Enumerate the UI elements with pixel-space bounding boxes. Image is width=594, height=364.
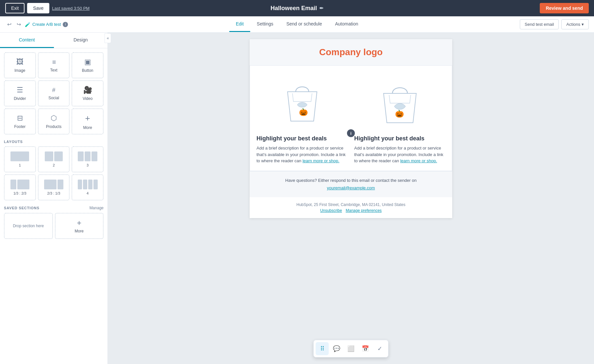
layout-1-3-2-3[interactable]: 1/3 : 2/3 xyxy=(4,174,36,200)
drop-section-text: Drop section here xyxy=(13,224,44,228)
block-video[interactable]: 🎥 Video xyxy=(72,80,104,106)
video-block-icon: 🎥 xyxy=(83,86,92,94)
drop-section-target[interactable]: Drop section here xyxy=(4,213,53,239)
tab-edit[interactable]: Edit xyxy=(229,17,250,32)
drag-icon: ⠿ xyxy=(320,345,324,352)
layout-2col-label: 2 xyxy=(53,163,55,167)
divider-block-icon: ☰ xyxy=(17,86,23,94)
block-footer[interactable]: ⊟ Footer xyxy=(4,108,36,135)
block-social[interactable]: # Social xyxy=(38,80,70,106)
undo-redo-controls: ↩ ↪ xyxy=(5,21,23,28)
layout-4col[interactable]: 4 xyxy=(72,174,104,200)
address-links: Unsubscribe Manage preferences xyxy=(255,208,447,213)
comment-icon: 💬 xyxy=(333,345,340,352)
block-products[interactable]: ⬡ Products xyxy=(38,108,70,135)
sidebar-collapse-button[interactable]: « xyxy=(105,33,111,43)
product-link-2[interactable]: learn more or shop. xyxy=(400,158,437,163)
unsubscribe-link[interactable]: Unsubscribe xyxy=(320,208,342,213)
schedule-icon: 📅 xyxy=(362,345,369,352)
main-layout: Content Design 🖼 Image ≡ Text ▣ Button xyxy=(0,33,594,364)
more-block-label: More xyxy=(83,125,92,130)
saved-more-label: More xyxy=(75,229,84,233)
product-link-1[interactable]: learn more or shop. xyxy=(303,158,339,163)
ab-test-link[interactable]: Create A/B test xyxy=(32,22,61,27)
layout-3col[interactable]: 3 xyxy=(72,146,104,172)
tab-settings[interactable]: Settings xyxy=(250,17,280,32)
nav-right: Send test email Actions ▾ xyxy=(520,19,589,29)
layout-1col-label: 1 xyxy=(19,163,21,167)
layouts-section-title: LAYOUTS xyxy=(4,140,104,144)
email-address: HubSpot, 25 First Street, Cambridge, MA … xyxy=(250,197,452,218)
company-logo-text: Company logo xyxy=(257,47,444,57)
sidebar-content: 🖼 Image ≡ Text ▣ Button ☰ Divider # xyxy=(0,48,107,243)
product-desc-2: Add a brief description for a product or… xyxy=(354,145,445,164)
svg-text:🎃: 🎃 xyxy=(395,109,404,118)
tab-automation[interactable]: Automation xyxy=(328,17,365,32)
email-footer-section: Have questions? Either respond to this e… xyxy=(250,171,452,197)
ab-test-info-icon[interactable]: i xyxy=(63,22,68,27)
manage-sections-link[interactable]: Manage xyxy=(90,206,104,210)
top-bar-right: Review and send xyxy=(540,3,589,13)
preview-icon: ⬜ xyxy=(347,345,355,352)
button-block-icon: ▣ xyxy=(84,58,91,66)
block-text[interactable]: ≡ Text xyxy=(38,52,70,78)
layout-3col-label: 3 xyxy=(87,163,89,167)
saved-section-more[interactable]: + More xyxy=(55,213,104,239)
bottom-toolbar: ⠿ 💬 ⬜ 📅 ✓ xyxy=(313,340,388,357)
layout-2col[interactable]: 2 xyxy=(38,146,70,172)
last-saved-text[interactable]: Last saved 3:50 PM xyxy=(52,6,90,11)
review-send-button[interactable]: Review and send xyxy=(540,3,589,13)
image-block-label: Image xyxy=(14,68,25,73)
social-block-icon: # xyxy=(52,87,55,94)
send-test-email-button[interactable]: Send test email xyxy=(520,19,559,29)
sidebar: Content Design 🖼 Image ≡ Text ▣ Button xyxy=(0,33,108,364)
layouts-grid: 1 2 3 xyxy=(4,146,104,200)
layout-1col[interactable]: 1 xyxy=(4,146,36,172)
top-bar-left: Exit Save Last saved 3:50 PM xyxy=(5,3,90,13)
button-block-label: Button xyxy=(82,68,93,73)
sidebar-tab-design[interactable]: Design xyxy=(54,33,108,48)
layout-1-3-2-3-label: 1/3 : 2/3 xyxy=(13,191,26,195)
video-block-label: Video xyxy=(83,96,92,101)
drag-tool-button[interactable]: ⠿ xyxy=(316,342,329,355)
layout-2-3-1-3-label: 2/3 : 1/3 xyxy=(47,191,60,195)
undo-button[interactable]: ↩ xyxy=(5,21,13,28)
save-button[interactable]: Save xyxy=(27,3,49,13)
products-section[interactable]: i 🎃 xyxy=(250,65,452,171)
comment-tool-button[interactable]: 💬 xyxy=(330,342,343,355)
block-divider[interactable]: ☰ Divider xyxy=(4,80,36,106)
product-image-2: 🎃 xyxy=(354,72,445,131)
tab-send-schedule[interactable]: Send or schedule xyxy=(280,17,328,32)
info-badge: i xyxy=(347,129,355,137)
saved-sections-grid: Drop section here + More xyxy=(4,213,104,239)
top-bar: Exit Save Last saved 3:50 PM Halloween E… xyxy=(0,0,594,16)
sidebar-tab-content[interactable]: Content xyxy=(0,33,54,48)
check-tool-button[interactable]: ✓ xyxy=(373,342,386,355)
footer-block-label: Footer xyxy=(14,124,25,129)
layout-4col-label: 4 xyxy=(87,191,89,195)
nav-tabs: Edit Settings Send or schedule Automatio… xyxy=(229,17,365,32)
product-card-1: 🎃 Highlight your best deals Add a brief … xyxy=(256,72,348,164)
product-image-1: 🎃 xyxy=(256,72,348,131)
exit-button[interactable]: Exit xyxy=(5,3,25,13)
social-block-label: Social xyxy=(48,96,59,100)
actions-chevron-icon: ▾ xyxy=(582,22,584,27)
footer-email-link[interactable]: youremail@example.com xyxy=(327,185,375,190)
more-block-icon: + xyxy=(85,113,90,123)
actions-button[interactable]: Actions ▾ xyxy=(561,19,589,29)
layout-2-3-1-3[interactable]: 2/3 : 1/3 xyxy=(38,174,70,200)
block-image[interactable]: 🖼 Image xyxy=(4,52,36,78)
product-title-2: Highlight your best deals xyxy=(354,135,445,142)
svg-text:🎃: 🎃 xyxy=(299,108,308,117)
products-grid: 🎃 Highlight your best deals Add a brief … xyxy=(256,72,445,164)
block-more[interactable]: + More xyxy=(72,108,104,135)
top-bar-center: Halloween Email ✏ xyxy=(271,5,323,12)
redo-button[interactable]: ↪ xyxy=(15,21,23,28)
preview-tool-button[interactable]: ⬜ xyxy=(344,342,357,355)
block-button[interactable]: ▣ Button xyxy=(72,52,104,78)
schedule-tool-button[interactable]: 📅 xyxy=(359,342,372,355)
manage-prefs-link[interactable]: Manage preferences xyxy=(346,208,382,213)
sidebar-tabs: Content Design xyxy=(0,33,107,48)
product-title-1: Highlight your best deals xyxy=(256,135,348,142)
edit-title-icon[interactable]: ✏ xyxy=(320,6,323,11)
